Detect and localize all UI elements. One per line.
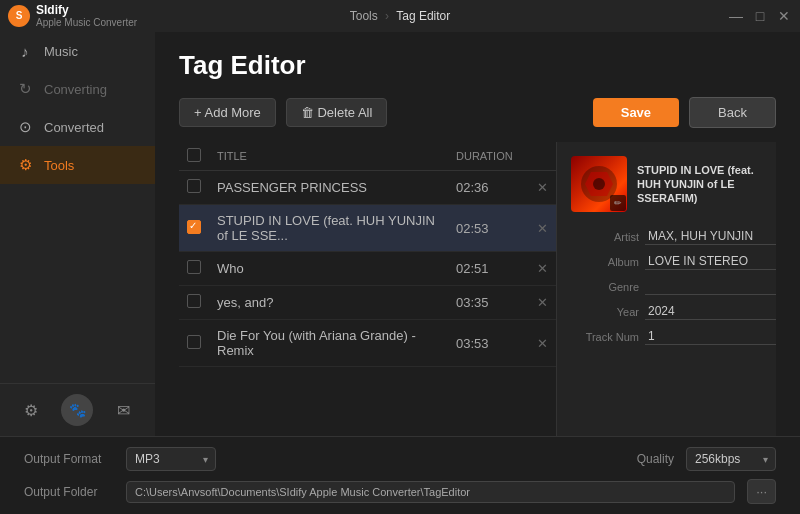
row-title: yes, and? (209, 286, 448, 320)
album-art-area: ✏ STUPID IN LOVE (feat. HUH YUNJIN of LE… (571, 156, 762, 212)
svg-point-1 (593, 178, 605, 190)
header-delete (528, 142, 556, 171)
settings-button[interactable]: ⚙ (15, 394, 47, 426)
track-table: TITLE DURATION PASSENGER PRINCESS02:36✕S… (179, 142, 556, 367)
folder-input[interactable] (126, 481, 735, 503)
maximize-button[interactable]: □ (752, 8, 768, 24)
tracknum-input[interactable] (645, 328, 776, 345)
row-checkbox[interactable] (187, 335, 201, 349)
artist-input[interactable] (645, 228, 776, 245)
header-title: TITLE (209, 142, 448, 171)
row-checkbox[interactable] (187, 260, 201, 274)
meta-row-tracknum: Track Num (571, 328, 762, 345)
folder-browse-button[interactable]: ··· (747, 479, 776, 504)
breadcrumb-current: Tag Editor (396, 9, 450, 23)
sidebar-item-music[interactable]: ♪ Music (0, 32, 155, 70)
year-input[interactable] (645, 303, 776, 320)
album-label: Album (571, 256, 639, 268)
delete-all-button[interactable]: 🗑 Delete All (286, 98, 388, 127)
sidebar-item-converted[interactable]: ⊙ Converted (0, 108, 155, 146)
row-delete-button[interactable]: ✕ (528, 252, 556, 286)
row-duration: 03:53 (448, 320, 528, 367)
folder-label: Output Folder (24, 485, 114, 499)
row-delete-button[interactable]: ✕ (528, 171, 556, 205)
row-title: PASSENGER PRINCESS (209, 171, 448, 205)
music-icon: ♪ (16, 42, 34, 60)
row-duration: 02:36 (448, 171, 528, 205)
row-duration: 03:35 (448, 286, 528, 320)
meta-row-artist: Artist (571, 228, 762, 245)
converting-icon: ↻ (16, 80, 34, 98)
album-input[interactable] (645, 253, 776, 270)
app-name: SIdify (36, 3, 137, 17)
title-bar: S SIdify Apple Music Converter Tools › T… (0, 0, 800, 32)
table-row[interactable]: Die For You (with Ariana Grande) - Remix… (179, 320, 556, 367)
sidebar-label-converting: Converting (44, 82, 107, 97)
format-select-wrap: MP3AACFLACWAV ▾ (126, 447, 216, 471)
avatar[interactable]: 🐾 (61, 394, 93, 426)
editor-body: TITLE DURATION PASSENGER PRINCESS02:36✕S… (179, 142, 776, 436)
content-area: Tag Editor + Add More 🗑 Delete All Save … (155, 32, 800, 436)
minimize-button[interactable]: — (728, 8, 744, 24)
add-more-button[interactable]: + Add More (179, 98, 276, 127)
track-list: TITLE DURATION PASSENGER PRINCESS02:36✕S… (179, 142, 556, 436)
table-row[interactable]: STUPID IN LOVE (feat. HUH YUNJIN of LE S… (179, 205, 556, 252)
detail-panel: ✏ STUPID IN LOVE (feat. HUH YUNJIN of LE… (556, 142, 776, 436)
sidebar-item-tools[interactable]: ⚙ Tools (0, 146, 155, 184)
breadcrumb-root: Tools (350, 9, 378, 23)
meta-row-genre: Genre (571, 278, 762, 295)
genre-label: Genre (571, 281, 639, 293)
back-button[interactable]: Back (689, 97, 776, 128)
breadcrumb: Tools › Tag Editor (350, 9, 451, 23)
format-select[interactable]: MP3AACFLACWAV (126, 447, 216, 471)
table-header-row: TITLE DURATION (179, 142, 556, 171)
bottom-bar: Output Format MP3AACFLACWAV ▾ Quality 12… (0, 436, 800, 514)
row-duration: 02:53 (448, 205, 528, 252)
year-label: Year (571, 306, 639, 318)
row-title: Die For You (with Ariana Grande) - Remix (209, 320, 448, 367)
sidebar-bottom: ⚙ 🐾 ✉ (0, 383, 155, 436)
row-delete-button[interactable]: ✕ (528, 320, 556, 367)
window-controls[interactable]: — □ ✕ (728, 8, 792, 24)
table-row[interactable]: Who02:51✕ (179, 252, 556, 286)
sidebar-label-music: Music (44, 44, 78, 59)
song-title: STUPID IN LOVE (feat. HUH YUNJIN of LE S… (637, 163, 762, 206)
format-label: Output Format (24, 452, 114, 466)
meta-row-album: Album (571, 253, 762, 270)
converted-icon: ⊙ (16, 118, 34, 136)
header-duration: DURATION (448, 142, 528, 171)
row-checkbox[interactable] (187, 220, 201, 234)
save-button[interactable]: Save (593, 98, 679, 127)
album-art-edit-button[interactable]: ✏ (610, 195, 626, 211)
quality-label: Quality (637, 452, 674, 466)
row-checkbox[interactable] (187, 294, 201, 308)
quality-select-wrap: 128kbps192kbps256kbps320kbps ▾ (686, 447, 776, 471)
folder-row: Output Folder ··· (24, 479, 776, 504)
genre-input[interactable] (645, 278, 776, 295)
row-checkbox[interactable] (187, 179, 201, 193)
row-duration: 02:51 (448, 252, 528, 286)
table-row[interactable]: yes, and?03:35✕ (179, 286, 556, 320)
row-delete-button[interactable]: ✕ (528, 286, 556, 320)
app-subtitle: Apple Music Converter (36, 17, 137, 29)
quality-select[interactable]: 128kbps192kbps256kbps320kbps (686, 447, 776, 471)
page-title: Tag Editor (179, 50, 776, 81)
meta-row-year: Year (571, 303, 762, 320)
mail-button[interactable]: ✉ (108, 394, 140, 426)
select-all-checkbox[interactable] (187, 148, 201, 162)
row-title: Who (209, 252, 448, 286)
main-layout: ♪ Music ↻ Converting ⊙ Converted ⚙ Tools… (0, 32, 800, 436)
app-logo: S (8, 5, 30, 27)
tools-icon: ⚙ (16, 156, 34, 174)
row-title: STUPID IN LOVE (feat. HUH YUNJIN of LE S… (209, 205, 448, 252)
sidebar-label-converted: Converted (44, 120, 104, 135)
table-row[interactable]: PASSENGER PRINCESS02:36✕ (179, 171, 556, 205)
header-check (179, 142, 209, 171)
row-delete-button[interactable]: ✕ (528, 205, 556, 252)
format-row: Output Format MP3AACFLACWAV ▾ Quality 12… (24, 447, 776, 471)
sidebar-label-tools: Tools (44, 158, 74, 173)
tracknum-label: Track Num (571, 331, 639, 343)
close-button[interactable]: ✕ (776, 8, 792, 24)
sidebar-item-converting: ↻ Converting (0, 70, 155, 108)
album-art: ✏ (571, 156, 627, 212)
